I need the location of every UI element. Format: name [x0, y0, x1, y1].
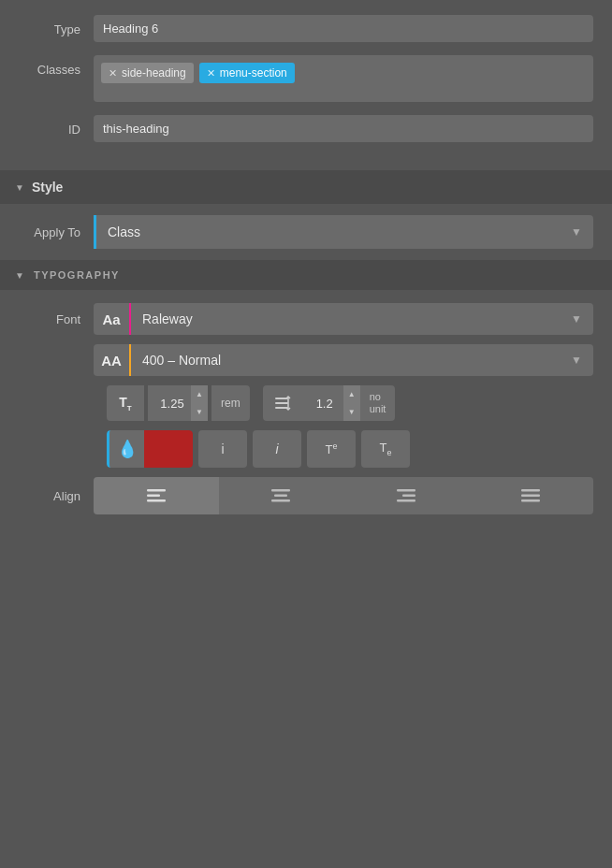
type-label: Type	[19, 15, 94, 36]
style-section-header[interactable]: ▼ Style	[0, 170, 612, 204]
subscript-button[interactable]: Te	[361, 430, 410, 468]
align-center-button[interactable]	[219, 477, 344, 514]
italic-button[interactable]: i	[198, 430, 247, 468]
size-row: TT ▲ ▼ rem	[107, 385, 593, 421]
line-height-wrapper: ▲ ▼ nounit	[263, 385, 396, 421]
svg-rect-11	[402, 495, 415, 498]
svg-rect-5	[147, 495, 160, 498]
apply-to-label: Apply To	[19, 225, 94, 239]
line-height-input[interactable]	[300, 388, 343, 419]
type-input[interactable]	[94, 15, 593, 42]
font-weight-row: AA 400 – Normal 700 – Bold 300 – Light ▼	[19, 344, 593, 376]
color-picker-group: 💧	[107, 430, 193, 468]
font-weight-select[interactable]: 400 – Normal 700 – Bold 300 – Light	[131, 344, 593, 376]
font-family-icon: Aa	[94, 303, 131, 335]
remove-class-side-heading[interactable]: ✕	[109, 67, 117, 80]
color-swatch-button[interactable]	[144, 430, 193, 468]
text-style-row: 💧 i i Te Te	[107, 430, 593, 468]
apply-to-section: Apply To Class Tag Element ▼	[0, 204, 612, 260]
italic-icon: i	[221, 441, 224, 456]
font-size-down-button[interactable]: ▼	[191, 403, 208, 421]
classes-row: Classes ✕ side-heading ✕ menu-section	[19, 55, 593, 102]
typography-section-header[interactable]: ▼ TYPOGRAPHY	[0, 260, 612, 290]
font-aa-large-icon: AA	[101, 353, 122, 369]
apply-to-select-wrapper: Class Tag Element ▼	[94, 215, 593, 249]
font-size-input-wrapper: ▲ ▼	[148, 385, 208, 421]
svg-rect-14	[521, 495, 540, 498]
font-size-unit: rem	[211, 385, 250, 421]
line-height-icon	[263, 385, 300, 421]
class-tag-menu-section[interactable]: ✕ menu-section	[199, 63, 295, 83]
apply-to-select[interactable]: Class Tag Element	[96, 215, 593, 249]
text-size-icon: TT	[119, 395, 131, 412]
panel: Type Classes ✕ side-heading ✕ menu-secti…	[0, 0, 612, 537]
type-row: Type	[19, 15, 593, 42]
line-height-unit: nounit	[360, 385, 396, 421]
italic-variant-button[interactable]: i	[253, 430, 301, 468]
svg-rect-13	[521, 489, 540, 492]
font-size-icon: TT	[107, 385, 144, 421]
line-height-up-button[interactable]: ▲	[343, 385, 360, 403]
classes-label: Classes	[19, 55, 94, 77]
italic-variant-icon: i	[275, 441, 278, 456]
remove-class-menu-section[interactable]: ✕	[207, 67, 215, 80]
align-buttons	[94, 477, 593, 514]
svg-rect-7	[271, 489, 290, 492]
align-left-button[interactable]	[94, 477, 219, 514]
style-section-title: Style	[32, 180, 63, 195]
class-tag-side-heading[interactable]: ✕ side-heading	[101, 63, 194, 83]
typography-chevron-icon: ▼	[15, 270, 24, 281]
svg-rect-8	[274, 495, 287, 498]
svg-rect-10	[397, 489, 415, 492]
svg-rect-4	[147, 489, 166, 492]
font-weight-select-wrapper: AA 400 – Normal 700 – Bold 300 – Light ▼	[94, 344, 593, 376]
id-input[interactable]	[94, 115, 593, 142]
svg-rect-12	[397, 499, 415, 502]
line-height-input-wrapper: ▲ ▼	[300, 385, 360, 421]
font-size-spinners: ▲ ▼	[191, 385, 208, 421]
font-family-select-wrapper: Aa Raleway ▼	[94, 303, 593, 335]
superscript-button[interactable]: Te	[307, 430, 356, 468]
subscript-icon: Te	[380, 441, 392, 457]
font-family-row: Font Aa Raleway ▼	[19, 303, 593, 335]
align-justify-button[interactable]	[469, 477, 594, 514]
font-weight-icon: AA	[94, 344, 131, 376]
font-aa-small-icon: Aa	[102, 311, 120, 327]
font-size-input[interactable]	[148, 388, 191, 419]
svg-rect-15	[521, 499, 540, 502]
classes-box[interactable]: ✕ side-heading ✕ menu-section	[94, 55, 593, 102]
font-size-up-button[interactable]: ▲	[191, 385, 208, 403]
font-family-select[interactable]: Raleway	[131, 303, 593, 335]
font-label: Font	[19, 312, 94, 326]
color-drop-icon: 💧	[117, 439, 138, 459]
typography-section-title: TYPOGRAPHY	[34, 269, 120, 281]
line-height-down-button[interactable]: ▼	[343, 403, 360, 421]
superscript-icon: Te	[326, 441, 338, 456]
line-height-spinners: ▲ ▼	[343, 385, 360, 421]
color-picker-button[interactable]: 💧	[107, 430, 144, 468]
svg-rect-9	[271, 499, 290, 502]
properties-section: Type Classes ✕ side-heading ✕ menu-secti…	[0, 0, 612, 170]
svg-rect-6	[147, 499, 166, 502]
align-label: Align	[19, 489, 94, 503]
id-row: ID	[19, 115, 593, 142]
id-label: ID	[19, 115, 94, 137]
class-tag-label: menu-section	[220, 66, 287, 80]
style-chevron-icon: ▼	[15, 182, 24, 193]
align-row: Align	[19, 477, 593, 514]
align-right-button[interactable]	[343, 477, 469, 514]
typography-content: Font Aa Raleway ▼ AA 400 – Normal 7	[0, 290, 612, 537]
class-tag-label: side-heading	[122, 66, 186, 80]
svg-rect-1	[275, 402, 288, 404]
